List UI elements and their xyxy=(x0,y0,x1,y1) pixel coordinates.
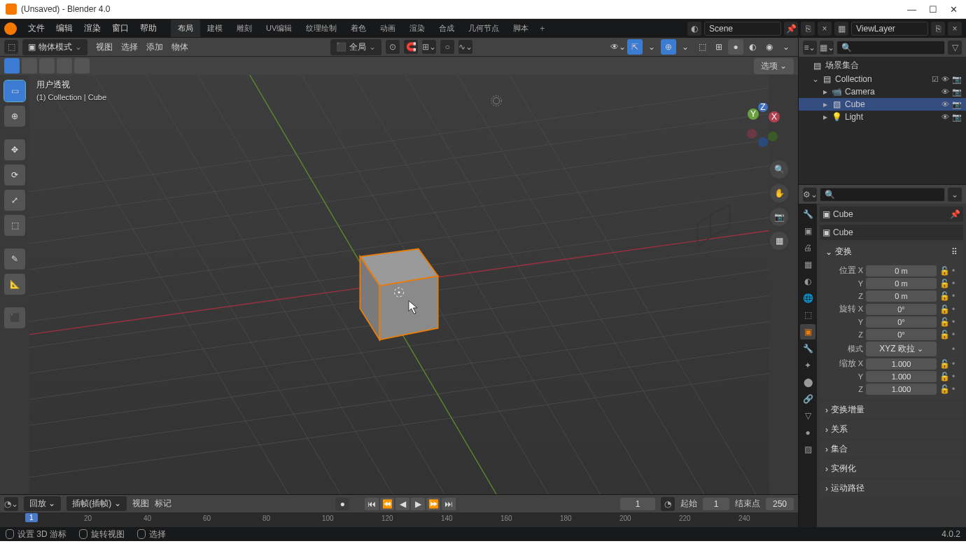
vp-menu[interactable]: 添加 xyxy=(142,40,167,54)
scene-name-field[interactable]: Scene xyxy=(704,22,781,36)
vp-menu[interactable]: 视图 xyxy=(92,40,117,54)
scale-tool[interactable]: ⤢ xyxy=(4,190,25,211)
rot-y-field[interactable]: 0° xyxy=(866,316,937,328)
move-tool[interactable]: ✥ xyxy=(4,139,25,160)
viewport-3d[interactable]: ▭ ⊕ ✥ ⟳ ⤢ ⬚ ✎ 📐 ⬛ 用户透视 (1) Collection | … xyxy=(0,75,798,494)
panel-transform-header[interactable]: ⌄ 变换⠿ xyxy=(820,243,963,260)
current-frame-field[interactable]: 1 xyxy=(620,498,655,510)
tab-modifiers[interactable]: 🔧 xyxy=(800,341,816,356)
new-scene-icon[interactable]: ⎘ xyxy=(801,22,815,36)
wireframe-shading-icon[interactable]: ⊞ xyxy=(711,39,727,55)
tab-data[interactable]: ▽ xyxy=(800,408,816,424)
autokey-icon[interactable]: ● xyxy=(335,498,349,510)
menu-编辑[interactable]: 编辑 xyxy=(50,20,78,36)
tab-render[interactable]: ▣ xyxy=(800,223,816,239)
pin-scene-icon[interactable]: 📌 xyxy=(784,22,798,36)
props-search-input[interactable] xyxy=(820,188,945,202)
tab-collection[interactable]: ⬚ xyxy=(800,307,816,323)
mode-dropdown[interactable]: ▣ 物体模式 ⌄ xyxy=(22,39,88,55)
transform-tool[interactable]: ⬚ xyxy=(4,215,25,236)
workspace-tab[interactable]: 建模 xyxy=(200,20,230,37)
shading-dropdown-icon[interactable]: ⌄ xyxy=(778,39,794,55)
jump-end-icon[interactable]: ⏭ xyxy=(442,498,456,510)
timeline-editor-type-icon[interactable]: ◔⌄ xyxy=(4,497,18,511)
overlay-dropdown-icon[interactable]: ⌄ xyxy=(678,39,693,55)
gizmo-dropdown-icon[interactable]: ⌄ xyxy=(644,39,659,55)
app-logo-icon[interactable] xyxy=(4,22,17,35)
orientation-dropdown[interactable]: ⬛ 全局 ⌄ xyxy=(330,39,382,55)
play-icon[interactable]: ▶ xyxy=(411,498,425,510)
zoom-icon[interactable]: 🔍 xyxy=(770,160,788,178)
perspective-icon[interactable]: ▦ xyxy=(770,232,788,250)
viewlayer-field[interactable]: ViewLayer xyxy=(851,22,928,36)
cursor-tool[interactable]: ⊕ xyxy=(4,106,25,127)
start-frame-field[interactable]: 1 xyxy=(703,498,729,510)
annotate-tool[interactable]: ✎ xyxy=(4,248,25,270)
timeline-ruler[interactable]: 1 20406080100120140160180200220240 xyxy=(0,512,798,527)
select-mode-subtract[interactable] xyxy=(39,58,55,74)
tab-output[interactable]: 🖨 xyxy=(800,240,816,255)
workspace-tab[interactable]: 渲染 xyxy=(402,20,432,37)
tab-object[interactable]: ▣ xyxy=(800,324,816,340)
workspace-tab[interactable]: UV编辑 xyxy=(259,20,299,37)
workspace-tab[interactable]: 布局 xyxy=(171,20,200,37)
tree-row[interactable]: ▸📹Camera👁📷 xyxy=(799,85,966,98)
select-mode-extend[interactable] xyxy=(22,58,37,74)
select-mode-intersect[interactable] xyxy=(74,58,90,74)
keyframe-next-icon[interactable]: ⏩ xyxy=(426,498,440,510)
vp-menu[interactable]: 选择 xyxy=(117,40,142,54)
panel-delta-header[interactable]: › 变换增量 xyxy=(820,401,963,419)
workspace-tab[interactable]: 动画 xyxy=(373,20,402,37)
close-button[interactable]: ✕ xyxy=(950,4,958,15)
delete-scene-icon[interactable]: × xyxy=(818,22,832,36)
outliner-search-input[interactable] xyxy=(836,41,945,55)
scale-x-field[interactable]: 1.000 xyxy=(866,358,937,370)
menu-帮助[interactable]: 帮助 xyxy=(134,20,162,36)
menu-文件[interactable]: 文件 xyxy=(22,20,50,36)
vp-menu[interactable]: 物体 xyxy=(167,40,192,54)
scale-y-field[interactable]: 1.000 xyxy=(866,371,937,382)
solid-shading-icon[interactable]: ● xyxy=(728,39,743,55)
tab-viewlayer[interactable]: ▦ xyxy=(800,257,816,272)
loc-x-field[interactable]: 0 m xyxy=(866,265,937,276)
select-mode-tweak[interactable] xyxy=(4,58,20,74)
rendered-shading-icon[interactable]: ◉ xyxy=(762,39,777,55)
options-dropdown[interactable]: 选项 ⌄ xyxy=(754,58,794,74)
tab-texture[interactable]: ▨ xyxy=(800,442,816,457)
snap-dropdown-icon[interactable]: ⊞⌄ xyxy=(422,40,436,54)
frame-popup-icon[interactable]: ◔ xyxy=(661,497,675,511)
add-cube-tool[interactable]: ⬛ xyxy=(4,307,25,328)
loc-z-field[interactable]: 0 m xyxy=(866,290,937,302)
proportional-dropdown-icon[interactable]: ∿⌄ xyxy=(458,40,472,54)
scale-z-field[interactable]: 1.000 xyxy=(866,384,937,395)
keyframe-prev-icon[interactable]: ⏪ xyxy=(380,498,394,510)
jump-start-icon[interactable]: ⏮ xyxy=(365,498,379,510)
keying-dropdown[interactable]: 插帧(插帧) ⌄ xyxy=(66,496,126,511)
proportional-icon[interactable]: ○ xyxy=(440,40,454,54)
panel-instancing-header[interactable]: › 实例化 xyxy=(820,460,963,477)
panel-motion-header[interactable]: › 运动路径 xyxy=(820,479,963,497)
props-name-field[interactable]: ▣ Cube xyxy=(820,225,963,240)
nav-gizmo[interactable]: X Y Z xyxy=(741,103,785,150)
tab-particles[interactable]: ✦ xyxy=(800,358,816,373)
select-tool[interactable]: ▭ xyxy=(4,80,25,102)
editor-type-icon[interactable]: ⬚ xyxy=(4,40,18,54)
tab-material[interactable]: ● xyxy=(800,425,816,440)
panel-collections-header[interactable]: › 集合 xyxy=(820,440,963,458)
workspace-tab[interactable]: 雕刻 xyxy=(230,20,259,37)
tree-row[interactable]: ⌄▤Collection☑👁📷 xyxy=(799,73,966,85)
minimize-button[interactable]: — xyxy=(907,4,916,15)
lock-icon[interactable]: 🔓 xyxy=(939,266,949,276)
playback-dropdown[interactable]: 回放 ⌄ xyxy=(24,496,61,511)
material-shading-icon[interactable]: ◐ xyxy=(745,39,760,55)
outliner-filter-icon[interactable]: ▽ xyxy=(948,41,962,55)
loc-y-field[interactable]: 0 m xyxy=(866,278,937,289)
tab-world[interactable]: 🌐 xyxy=(800,290,816,306)
menu-窗口[interactable]: 窗口 xyxy=(106,20,134,36)
rotate-tool[interactable]: ⟳ xyxy=(4,164,25,186)
gizmo-toggle-icon[interactable]: ⇱ xyxy=(627,39,643,55)
playhead[interactable]: 1 xyxy=(25,513,38,522)
tree-row[interactable]: ▸💡Light👁📷 xyxy=(799,111,966,123)
rot-z-field[interactable]: 0° xyxy=(866,329,937,340)
tree-row[interactable]: ▸▧Cube👁📷 xyxy=(799,98,966,111)
